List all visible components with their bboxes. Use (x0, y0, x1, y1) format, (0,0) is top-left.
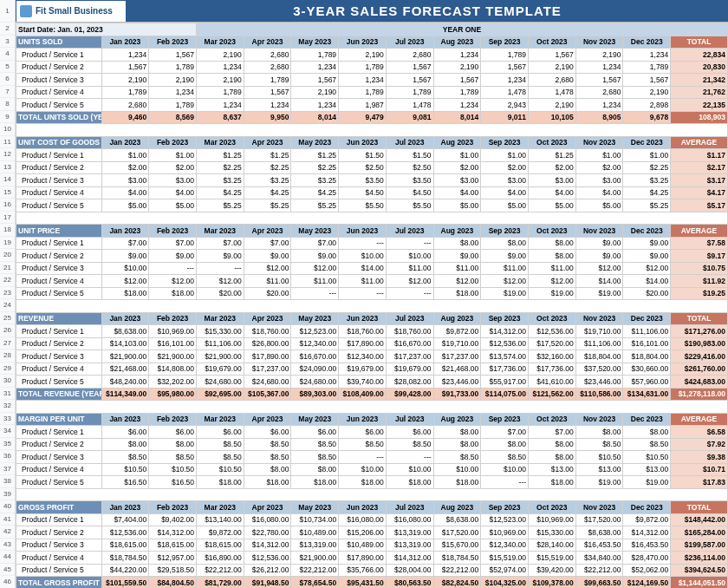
data-cell[interactable]: $16.50 (149, 476, 197, 489)
data-cell[interactable]: $26,800.00 (244, 337, 291, 350)
data-cell[interactable]: 1,789 (339, 61, 387, 74)
data-cell[interactable]: $9,402.00 (149, 513, 197, 526)
data-cell[interactable]: $55,917.00 (481, 376, 529, 389)
data-cell[interactable]: 1,789 (101, 86, 149, 99)
data-cell[interactable]: $16.50 (101, 476, 149, 489)
data-cell[interactable]: $10.50 (101, 463, 149, 476)
data-cell[interactable]: $4.25 (196, 186, 244, 199)
data-cell[interactable]: $14,808.00 (149, 363, 197, 376)
data-cell[interactable]: $48,240.00 (101, 376, 149, 389)
data-cell[interactable]: $19,710.00 (575, 325, 623, 338)
data-cell[interactable]: $1.25 (528, 149, 575, 162)
data-cell[interactable]: $2.25 (244, 161, 291, 174)
data-cell[interactable]: $1.25 (196, 149, 244, 162)
data-cell[interactable]: $3.00 (433, 174, 481, 187)
data-cell[interactable]: 2,898 (623, 99, 671, 112)
data-cell[interactable]: $1.00 (575, 149, 623, 162)
data-cell[interactable]: 1,234 (196, 61, 244, 74)
data-cell[interactable]: 1,234 (196, 99, 244, 112)
data-cell[interactable]: $28,140.00 (528, 539, 575, 552)
data-cell[interactable]: $7.00 (101, 237, 149, 250)
data-cell[interactable]: $8.50 (623, 438, 671, 451)
data-cell[interactable]: $16,670.00 (386, 337, 433, 350)
data-cell[interactable]: 1,789 (481, 49, 529, 62)
data-cell[interactable]: $7.00 (149, 237, 197, 250)
data-cell[interactable]: $18,760.00 (244, 325, 291, 338)
data-cell[interactable]: $4.25 (623, 186, 671, 199)
data-cell[interactable]: $8.50 (291, 451, 339, 464)
data-cell[interactable]: $8.00 (528, 438, 575, 451)
data-cell[interactable]: $17,237.00 (386, 350, 433, 363)
data-cell[interactable]: $10.50 (149, 463, 197, 476)
data-cell[interactable]: $18,760.00 (386, 325, 433, 338)
data-cell[interactable]: $19.00 (575, 476, 623, 489)
data-cell[interactable]: --- (481, 476, 529, 489)
data-cell[interactable]: $5.25 (291, 199, 339, 212)
data-cell[interactable]: $28,470.00 (623, 552, 671, 565)
data-cell[interactable]: $12.00 (386, 275, 433, 288)
data-cell[interactable]: $8.50 (291, 438, 339, 451)
data-cell[interactable]: $24,090.00 (291, 363, 339, 376)
data-cell[interactable]: $14,312.00 (149, 526, 197, 539)
data-cell[interactable]: 2,680 (386, 49, 433, 62)
data-cell[interactable]: 2,190 (528, 61, 575, 74)
data-cell[interactable]: $19.00 (623, 476, 671, 489)
data-cell[interactable]: $18.00 (433, 476, 481, 489)
data-cell[interactable]: $12,340.00 (481, 539, 529, 552)
data-cell[interactable]: 1,234 (623, 49, 671, 62)
data-cell[interactable]: $17,520.00 (575, 513, 623, 526)
data-cell[interactable]: $23,446.00 (575, 376, 623, 389)
data-cell[interactable]: $12.00 (291, 262, 339, 275)
data-cell[interactable]: $10.00 (386, 250, 433, 263)
data-cell[interactable]: $8.00 (528, 237, 575, 250)
data-cell[interactable]: $8.50 (386, 438, 433, 451)
data-cell[interactable]: 2,190 (291, 86, 339, 99)
data-cell[interactable]: $21,468.00 (101, 363, 149, 376)
data-cell[interactable]: $8.50 (481, 451, 529, 464)
data-cell[interactable]: 1,789 (339, 86, 387, 99)
data-cell[interactable]: $3.25 (623, 174, 671, 187)
data-cell[interactable]: $22,212.00 (291, 564, 339, 577)
data-cell[interactable]: 2,190 (528, 99, 575, 112)
data-cell[interactable]: 2,190 (149, 74, 197, 87)
data-cell[interactable]: $21,900.00 (291, 552, 339, 565)
data-cell[interactable]: $57,960.00 (623, 376, 671, 389)
data-cell[interactable]: $5.00 (101, 199, 149, 212)
data-cell[interactable]: $18.00 (101, 287, 149, 300)
data-cell[interactable]: 2,680 (244, 49, 291, 62)
data-cell[interactable]: $6.00 (339, 426, 387, 439)
data-cell[interactable]: $3.50 (386, 174, 433, 187)
data-cell[interactable]: $20.00 (244, 287, 291, 300)
data-cell[interactable]: 1,478 (481, 86, 529, 99)
data-cell[interactable]: $19,679.00 (339, 363, 387, 376)
data-cell[interactable]: $6.00 (244, 426, 291, 439)
data-cell[interactable]: $8,638.00 (433, 513, 481, 526)
data-cell[interactable]: $14,312.00 (244, 539, 291, 552)
data-cell[interactable]: $14,312.00 (481, 325, 529, 338)
data-cell[interactable]: $9.00 (149, 250, 197, 263)
data-cell[interactable]: $3.00 (575, 174, 623, 187)
data-cell[interactable]: $22,212.00 (196, 564, 244, 577)
data-cell[interactable]: $7.00 (196, 237, 244, 250)
data-cell[interactable]: $15,206.00 (339, 526, 387, 539)
data-cell[interactable]: $3.25 (244, 174, 291, 187)
data-cell[interactable]: $8,638.00 (101, 325, 149, 338)
data-cell[interactable]: $8.50 (244, 451, 291, 464)
data-cell[interactable]: $17,736.00 (528, 363, 575, 376)
data-cell[interactable]: $10,969.00 (528, 513, 575, 526)
data-cell[interactable]: $52,974.00 (481, 564, 529, 577)
data-cell[interactable]: $21,900.00 (149, 350, 197, 363)
data-cell[interactable]: $1.50 (339, 149, 387, 162)
data-cell[interactable]: $18.00 (196, 476, 244, 489)
data-cell[interactable]: $18,760.00 (339, 325, 387, 338)
data-cell[interactable]: $10,489.00 (291, 526, 339, 539)
data-cell[interactable]: $35,766.00 (339, 564, 387, 577)
data-cell[interactable]: $18.00 (528, 476, 575, 489)
data-cell[interactable]: $10.00 (433, 463, 481, 476)
data-cell[interactable]: $7.00 (244, 237, 291, 250)
data-cell[interactable]: $8.00 (528, 250, 575, 263)
data-cell[interactable]: $4.25 (291, 186, 339, 199)
data-cell[interactable]: $9.00 (196, 250, 244, 263)
data-cell[interactable]: 2,190 (433, 61, 481, 74)
data-cell[interactable]: $9,872.00 (623, 513, 671, 526)
